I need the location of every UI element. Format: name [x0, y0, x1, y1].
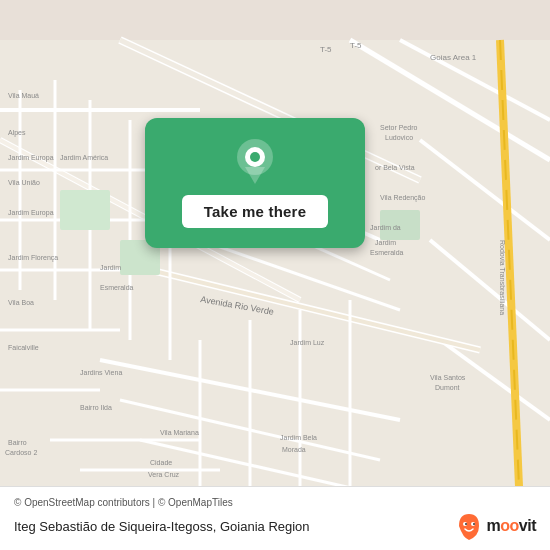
svg-text:Vila Mauá: Vila Mauá	[8, 92, 39, 99]
svg-text:Vila Santos: Vila Santos	[430, 374, 466, 381]
svg-marker-80	[245, 167, 265, 184]
svg-point-83	[465, 523, 467, 525]
svg-text:Jardim Bela: Jardim Bela	[280, 434, 317, 441]
map-background[interactable]: Avenida T-63 Avenida Rio Verde Vila Mauá…	[0, 0, 550, 550]
svg-text:Ludovico: Ludovico	[385, 134, 413, 141]
moovit-logo[interactable]: moovit	[455, 512, 536, 540]
svg-text:Vila Redenção: Vila Redenção	[380, 194, 426, 202]
pin-icon	[231, 139, 279, 187]
svg-text:Setor Pedro: Setor Pedro	[380, 124, 417, 131]
svg-point-79	[250, 152, 260, 162]
svg-text:Bairro Ilda: Bairro Ilda	[80, 404, 112, 411]
location-info-row: Iteg Sebastião de Siqueira-Itegoss, Goia…	[14, 512, 536, 540]
svg-text:Jardim Europa: Jardim Europa	[8, 154, 54, 162]
svg-text:Vila Boa: Vila Boa	[8, 299, 34, 306]
svg-point-84	[473, 523, 475, 525]
svg-text:Jardim: Jardim	[100, 264, 121, 271]
svg-text:or Bela Vista: or Bela Vista	[375, 164, 415, 171]
svg-text:Jardim Europa: Jardim Europa	[8, 209, 54, 217]
attribution: © OpenStreetMap contributors | © OpenMap…	[14, 497, 536, 508]
svg-text:T-5: T-5	[320, 45, 332, 54]
svg-text:Goias Area 1: Goias Area 1	[430, 53, 477, 62]
svg-text:Jardim América: Jardim América	[60, 154, 108, 161]
moovit-face-icon	[455, 512, 483, 540]
svg-rect-38	[60, 190, 110, 230]
svg-text:Vila Mariana: Vila Mariana	[160, 429, 199, 436]
svg-text:Jardim: Jardim	[375, 239, 396, 246]
bottom-bar: © OpenStreetMap contributors | © OpenMap…	[0, 486, 550, 550]
take-me-there-button[interactable]: Take me there	[182, 195, 328, 228]
svg-text:Bairro: Bairro	[8, 439, 27, 446]
moovit-text: moovit	[487, 517, 536, 535]
svg-text:Jardins Viena: Jardins Viena	[80, 369, 122, 376]
location-card: Take me there	[145, 118, 365, 248]
svg-text:Esmeralda: Esmeralda	[100, 284, 134, 291]
svg-text:Alpes: Alpes	[8, 129, 26, 137]
svg-text:Cardoso 2: Cardoso 2	[5, 449, 37, 456]
svg-text:Esmeralda: Esmeralda	[370, 249, 404, 256]
svg-text:Vila União: Vila União	[8, 179, 40, 186]
svg-text:Cidade: Cidade	[150, 459, 172, 466]
svg-text:Morada: Morada	[282, 446, 306, 453]
svg-text:Jardim da: Jardim da	[370, 224, 401, 231]
svg-text:Jardim Luz: Jardim Luz	[290, 339, 325, 346]
svg-text:Faicalville: Faicalville	[8, 344, 39, 351]
location-name: Iteg Sebastião de Siqueira-Itegoss, Goia…	[14, 519, 310, 534]
svg-text:Jardim Florença: Jardim Florença	[8, 254, 58, 262]
map-container: Avenida T-63 Avenida Rio Verde Vila Mauá…	[0, 0, 550, 550]
svg-text:Vera Cruz: Vera Cruz	[148, 471, 180, 478]
svg-text:T-5: T-5	[350, 41, 362, 50]
svg-text:Rodovia Transbrasiliana: Rodovia Transbrasiliana	[499, 240, 506, 315]
svg-text:Dumont: Dumont	[435, 384, 460, 391]
